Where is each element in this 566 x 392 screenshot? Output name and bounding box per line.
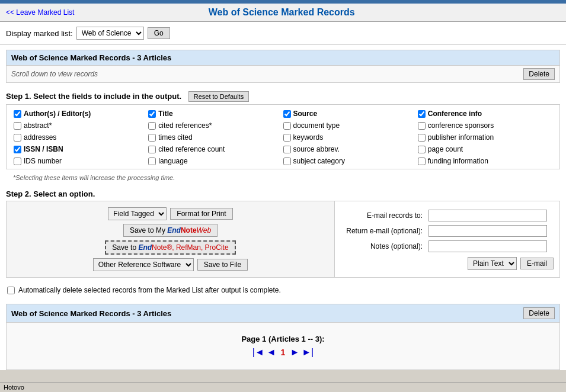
field-source: Source [283,108,418,119]
field-conf-info: Conference info [418,108,552,119]
first-page-link[interactable]: |◄ [252,347,264,358]
display-label: Display marked list: [6,29,73,38]
step2-right: E-mail records to: Return e-mail (option… [334,201,559,277]
field-abstract-checkbox[interactable] [14,122,21,130]
field-page-count: page count [418,144,552,155]
field-source-abbrev-label: source abbrev. [293,145,340,153]
field-funding-info-checkbox[interactable] [418,158,426,165]
field-cited-ref-count: cited reference count [148,144,283,155]
leave-marked-link[interactable]: << Leave Marked List [6,8,74,17]
last-page-link[interactable]: ►| [302,347,314,358]
field-addresses-label: addresses [24,133,56,142]
field-keywords-checkbox[interactable] [283,134,291,142]
display-select[interactable]: Web of Science Other formats [76,27,144,40]
notes-label: Notes (optional): [342,239,425,253]
return-email-row: Return e-mail (optional): [342,224,552,238]
field-authors-checkbox[interactable] [14,110,21,118]
current-page: 1 [279,348,288,357]
next-page-link[interactable]: ► [290,347,299,358]
step2-left: Field Tagged HTML Plain Text Format for … [7,201,334,277]
field-doc-type-label: document type [293,121,340,130]
top-bar: << Leave Marked List Web of Science Mark… [0,4,566,22]
field-ids-label: IDS number [24,157,62,165]
field-cited-ref-count-checkbox[interactable] [148,146,156,153]
auto-delete-checkbox[interactable] [7,287,15,294]
notes-input[interactable] [429,240,547,252]
field-cited-refs: cited references* [148,120,283,131]
field-doc-type: document type [283,120,418,131]
field-times-cited-checkbox[interactable] [148,134,156,142]
bottom-header-text: Web of Science Marked Records - 3 Articl… [11,309,171,318]
field-cited-ref-count-label: cited reference count [158,145,225,153]
field-conf-info-checkbox[interactable] [418,110,426,118]
reset-defaults-button[interactable]: Reset to Defaults [188,91,249,102]
field-cited-refs-checkbox[interactable] [148,122,156,130]
return-email-label: Return e-mail (optional): [342,224,425,238]
field-language-checkbox[interactable] [148,158,156,165]
field-funding-info: funding information [418,156,552,166]
plain-text-select[interactable]: Plain Text HTML [468,257,517,270]
field-abstract: abstract* [14,120,148,131]
page-info: Page 1 (Articles 1 -- 3): [12,335,554,343]
field-abstract-label: abstract* [24,121,52,130]
prev-page-link[interactable]: ◄ [267,347,276,358]
delete-button-bottom[interactable]: Delete [523,307,555,319]
delete-button-top[interactable]: Delete [523,68,555,80]
return-email-input[interactable] [429,225,547,237]
field-ids-checkbox[interactable] [14,158,21,165]
field-source-checkbox[interactable] [283,110,291,118]
field-ids: IDS number [14,156,148,166]
save-file-button[interactable]: Save to File [197,259,248,271]
field-conf-sponsors: conference sponsors [418,120,552,131]
go-button[interactable]: Go [148,27,170,39]
field-cited-refs-label: cited references* [158,121,212,130]
field-subject-cat-checkbox[interactable] [283,158,291,165]
step1-section: Step 1. Select the fields to include in … [0,88,566,185]
auto-delete-label: Automatically delete selected records fr… [18,286,281,294]
field-issn: ISSN / ISBN [14,144,148,155]
field-conf-sponsors-label: conference sponsors [428,121,494,130]
main-content: Display marked list: Web of Science Othe… [0,22,566,370]
email-to-row: E-mail records to: [342,208,552,223]
save-endnote-refman-button[interactable]: Save to EndNote®, RefMan, ProCite [105,240,235,255]
ref-select[interactable]: Other Reference Software EndNote RefMan … [93,258,194,271]
field-issn-checkbox[interactable] [14,146,21,153]
email-send-button[interactable]: E-mail [520,258,554,269]
bottom-section: Web of Science Marked Records - 3 Articl… [6,304,560,370]
field-authors-label: Author(s) / Editor(s) [24,110,91,118]
email-to-input[interactable] [429,210,547,221]
processing-note: *Selecting these items will increase the… [6,173,560,185]
bottom-header: Web of Science Marked Records - 3 Articl… [7,304,559,323]
marked-records-section: Web of Science Marked Records - 3 Articl… [6,50,560,83]
tagged-select[interactable]: Field Tagged HTML Plain Text [108,207,167,220]
field-addresses-checkbox[interactable] [14,134,21,142]
field-conf-sponsors-checkbox[interactable] [418,122,426,130]
field-issn-label: ISSN / ISBN [24,145,63,153]
field-title: Title [148,108,283,119]
field-page-count-checkbox[interactable] [418,146,426,153]
field-source-abbrev: source abbrev. [283,144,418,155]
field-addresses: addresses [14,132,148,143]
save-endnote-web-button[interactable]: Save to My EndNoteWeb [123,224,218,237]
field-subject-cat: subject category [283,156,418,166]
field-times-cited: times cited [148,132,283,143]
field-language: language [148,156,283,166]
field-pub-info-checkbox[interactable] [418,134,426,142]
marked-records-header: Web of Science Marked Records - 3 Articl… [7,50,559,66]
format-print-button[interactable]: Format for Print [170,208,232,220]
email-bottom: Plain Text HTML E-mail [341,257,554,270]
scroll-note: Scroll down to view records [11,70,98,78]
field-title-checkbox[interactable] [148,110,156,118]
email-to-label: E-mail records to: [342,208,425,223]
field-times-cited-label: times cited [158,133,192,142]
format-row: Field Tagged HTML Plain Text Format for … [108,207,232,220]
email-table: E-mail records to: Return e-mail (option… [341,207,554,255]
field-pub-info: publisher information [418,132,552,143]
pagination-area: Page 1 (Articles 1 -- 3): |◄ ◄ 1 ► ►| [7,323,559,369]
notes-row: Notes (optional): [342,239,552,253]
field-doc-type-checkbox[interactable] [283,122,291,130]
field-language-label: language [158,157,187,165]
save-endnote-refman-row: Save to EndNote®, RefMan, ProCite [105,240,235,255]
field-source-label: Source [293,110,318,118]
field-source-abbrev-checkbox[interactable] [283,146,291,153]
